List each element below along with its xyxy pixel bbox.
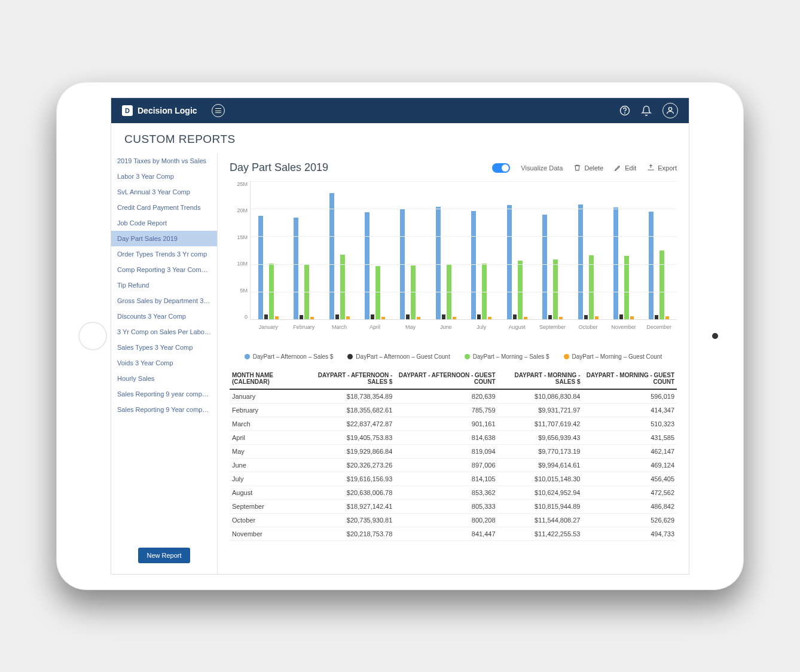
bar[interactable]: [649, 212, 654, 319]
table-cell: $20,326,273.26: [304, 459, 395, 472]
bar[interactable]: [371, 314, 374, 319]
bar[interactable]: [553, 259, 558, 319]
sidebar-item[interactable]: SvL Annual 3 Year Comp: [111, 184, 217, 200]
sidebar-item[interactable]: Sales Reporting 9 year comparison By ...: [111, 386, 217, 402]
bar[interactable]: [335, 314, 339, 319]
visualize-toggle[interactable]: [492, 163, 510, 173]
table-header: DAYPART - MORNING - GUEST COUNT: [582, 368, 677, 389]
bar[interactable]: [411, 265, 416, 319]
bar[interactable]: [375, 266, 380, 319]
table-row: March$22,837,472.87901,161$11,707,619.42…: [230, 417, 677, 431]
bar[interactable]: [630, 316, 634, 319]
table-cell: 462,147: [582, 445, 677, 459]
export-button[interactable]: Export: [647, 164, 677, 172]
user-avatar[interactable]: [662, 103, 678, 118]
table-cell: $18,355,682.61: [304, 404, 395, 417]
bar[interactable]: [436, 207, 441, 319]
bar[interactable]: [477, 314, 481, 319]
bar[interactable]: [275, 316, 279, 320]
table-row: August$20,638,006.78853,362$10,624,952.9…: [230, 486, 677, 500]
topbar: D Decision Logic: [111, 98, 689, 123]
bar[interactable]: [665, 316, 669, 319]
bar[interactable]: [329, 193, 334, 319]
sidebar-item[interactable]: Gross Sales by Department 3 Yr Comp: [111, 293, 217, 308]
legend-item: DayPart – Afternoon – Guest Count: [347, 353, 450, 360]
table-cell: February: [230, 404, 304, 417]
table-row: June$20,326,273.26897,006$9,994,614.6146…: [230, 459, 677, 472]
bar[interactable]: [365, 212, 370, 319]
bar[interactable]: [518, 261, 523, 319]
sidebar-item[interactable]: 3 Yr Comp on Sales Per Labor Hour By ...: [111, 324, 217, 340]
table-row: October$20,735,930.81800,208$11,544,808.…: [230, 514, 677, 527]
bar[interactable]: [453, 317, 456, 319]
sidebar-item[interactable]: Voids 3 Year Comp: [111, 355, 217, 371]
brand-logo[interactable]: D Decision Logic: [122, 105, 197, 116]
table-cell: 819,094: [395, 445, 497, 459]
bar[interactable]: [589, 255, 594, 319]
sidebar-item[interactable]: Discounts 3 Year Comp: [111, 308, 217, 324]
sidebar-item[interactable]: Tip Refund: [111, 277, 217, 293]
sidebar-item[interactable]: Credit Card Payment Trends: [111, 200, 217, 215]
bar[interactable]: [264, 314, 268, 319]
sidebar-item[interactable]: Order Types Trends 3 Yr comp: [111, 246, 217, 262]
sidebar-item[interactable]: Labor 3 Year Comp: [111, 169, 217, 184]
bar[interactable]: [624, 256, 629, 319]
sidebar-item[interactable]: Hourly Sales: [111, 371, 217, 386]
home-button[interactable]: [78, 322, 107, 350]
month-group: September: [535, 181, 570, 319]
bar[interactable]: [524, 317, 527, 319]
new-report-button[interactable]: New Report: [138, 548, 190, 563]
bar[interactable]: [346, 316, 350, 319]
bar[interactable]: [595, 316, 599, 319]
bar[interactable]: [542, 215, 547, 319]
bar[interactable]: [659, 251, 664, 320]
bar[interactable]: [584, 315, 588, 319]
sidebar-item[interactable]: Day Part Sales 2019: [111, 231, 217, 246]
bar[interactable]: [381, 317, 385, 319]
month-group: July: [464, 181, 499, 319]
table-cell: March: [230, 417, 304, 431]
sidebar-item[interactable]: Comp Reporting 3 Year Comparison: [111, 262, 217, 277]
table-cell: $10,015,148.30: [498, 472, 583, 486]
table-cell: 431,585: [582, 431, 677, 445]
bar[interactable]: [619, 314, 623, 319]
x-tick-label: December: [642, 324, 677, 330]
month-group: August: [499, 181, 535, 319]
bar[interactable]: [258, 216, 263, 319]
bell-icon[interactable]: [641, 105, 652, 116]
bar[interactable]: [471, 211, 476, 319]
table-cell: 456,405: [582, 472, 677, 486]
sidebar-item[interactable]: Sales Reporting 9 Year comparison by ...: [111, 402, 217, 417]
bar[interactable]: [513, 314, 517, 319]
month-group: April: [357, 181, 392, 319]
sidebar-item[interactable]: Sales Types 3 Year Comp: [111, 340, 217, 355]
bar[interactable]: [406, 314, 410, 319]
bar[interactable]: [310, 317, 314, 319]
x-tick-label: September: [535, 324, 570, 330]
svg-point-1: [625, 112, 625, 113]
table-cell: $19,929,866.84: [304, 445, 395, 459]
bar[interactable]: [578, 204, 583, 319]
bar[interactable]: [488, 317, 491, 319]
bar[interactable]: [548, 315, 552, 319]
table-cell: August: [230, 486, 304, 500]
help-icon[interactable]: [619, 105, 630, 116]
month-group: June: [428, 181, 463, 319]
bar[interactable]: [507, 205, 512, 319]
bar[interactable]: [300, 315, 303, 319]
panel-header: Day Part Sales 2019 Visualize Data Delet…: [230, 161, 677, 174]
bar[interactable]: [655, 315, 658, 319]
sidebar-item[interactable]: 2019 Taxes by Month vs Sales: [111, 153, 217, 169]
bar[interactable]: [559, 317, 563, 319]
table-cell: $22,837,472.87: [304, 417, 395, 431]
sidebar-item[interactable]: Job Code Report: [111, 215, 217, 231]
bar[interactable]: [442, 314, 445, 319]
menu-button[interactable]: [212, 104, 225, 117]
bar[interactable]: [417, 317, 420, 319]
bar[interactable]: [294, 218, 298, 319]
edit-button[interactable]: Edit: [614, 164, 636, 172]
delete-button[interactable]: Delete: [573, 164, 603, 172]
hamburger-icon: [215, 108, 221, 113]
legend-dot-icon: [465, 354, 470, 359]
bar[interactable]: [613, 207, 618, 319]
